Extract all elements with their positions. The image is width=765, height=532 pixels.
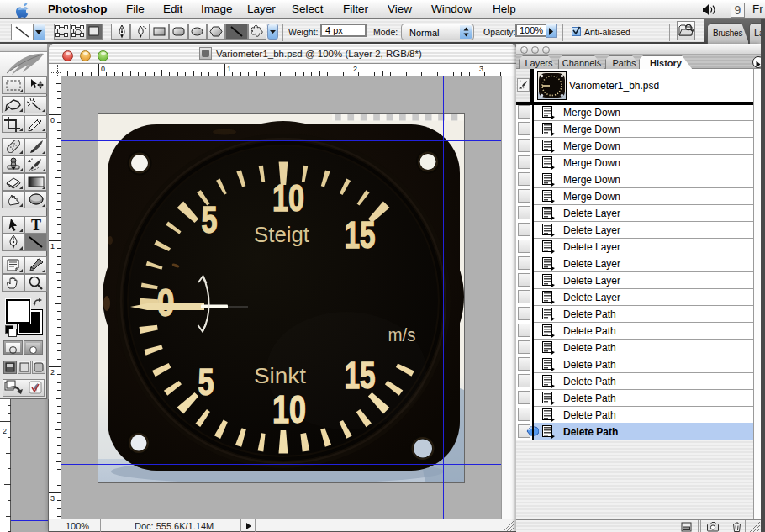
- svg-text:5: 5: [198, 361, 214, 403]
- svg-text:10: 10: [272, 387, 306, 431]
- svg-text:10: 10: [272, 176, 304, 219]
- svg-text:m/s: m/s: [388, 324, 416, 345]
- svg-text:15: 15: [345, 355, 376, 396]
- svg-text:Sinkt: Sinkt: [254, 363, 307, 388]
- svg-text:T: T: [30, 217, 40, 233]
- svg-text:5: 5: [202, 199, 218, 240]
- svg-text:15: 15: [345, 214, 376, 255]
